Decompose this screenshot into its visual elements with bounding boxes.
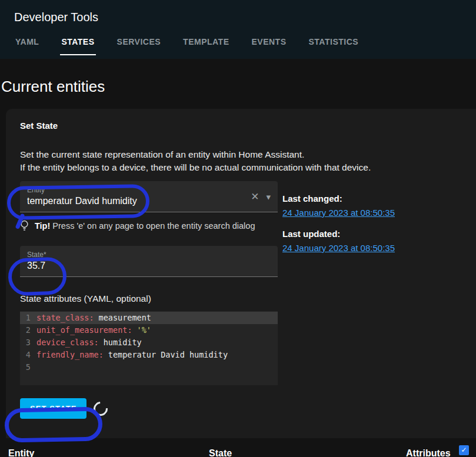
last-changed-label: Last changed: xyxy=(282,194,395,204)
yaml-line-4[interactable]: 4friendly_name:temperatur David humidity xyxy=(20,349,278,361)
lightbulb-icon xyxy=(20,220,29,232)
tab-bar: YAML STATES SERVICES TEMPLATE EVENTS STA… xyxy=(0,29,476,55)
line-number: 3 xyxy=(20,336,36,349)
tab-services[interactable]: SERVICES xyxy=(116,32,162,55)
attributes-checkbox[interactable]: ✓ xyxy=(459,445,469,455)
last-updated-link[interactable]: 24 January 2023 at 08:50:35 xyxy=(282,243,395,253)
yaml-line-5[interactable]: 5 xyxy=(20,361,278,373)
tab-statistics[interactable]: STATISTICS xyxy=(308,32,360,55)
state-input[interactable]: State* 35.7 xyxy=(20,246,278,277)
last-updated-label: Last updated: xyxy=(282,229,395,239)
timestamps-block: Last changed: 24 January 2023 at 08:50:3… xyxy=(282,194,395,264)
dropdown-arrow-icon[interactable]: ▾ xyxy=(266,191,271,202)
line-number: 2 xyxy=(20,324,36,336)
tip-rest: Press 'e' on any page to open the entity… xyxy=(50,221,255,231)
yaml-line-2[interactable]: 2unit_of_measurement:'%' xyxy=(20,324,278,336)
developer-tools-screen: Developer Tools YAML STATES SERVICES TEM… xyxy=(0,0,476,457)
description-line-1: Set the current state representation of … xyxy=(20,148,462,161)
entity-field-value[interactable]: temperatur David humidity xyxy=(27,196,271,206)
state-field-label: State* xyxy=(27,251,271,259)
description-line-2: If the entity belongs to a device, there… xyxy=(20,161,462,174)
yaml-line-3[interactable]: 3device_class:humidity xyxy=(20,336,278,349)
card-title: Set State xyxy=(20,121,462,131)
tip-bold: Tip! xyxy=(35,221,50,231)
page-title: Developer Tools xyxy=(0,7,476,29)
state-field-value[interactable]: 35.7 xyxy=(27,261,271,271)
column-header-entity[interactable]: Entity xyxy=(8,448,34,457)
tab-events[interactable]: EVENTS xyxy=(251,32,288,55)
card-description: Set the current state representation of … xyxy=(20,148,462,174)
entity-input[interactable]: Entity temperatur David humidity ✕ ▾ xyxy=(20,181,278,212)
tip-text: Tip! Press 'e' on any page to open the e… xyxy=(35,221,255,231)
line-number: 4 xyxy=(20,349,36,361)
set-state-button[interactable]: SET STATE xyxy=(20,398,86,419)
tab-states[interactable]: STATES xyxy=(60,32,95,55)
form-column: Entity temperatur David humidity ✕ ▾ Tip… xyxy=(20,181,278,419)
line-number: 5 xyxy=(20,361,36,373)
app-header: Developer Tools YAML STATES SERVICES TEM… xyxy=(0,0,476,59)
entity-field-icons: ✕ ▾ xyxy=(251,191,271,203)
yaml-editor[interactable]: 1state_class:measurement 2unit_of_measur… xyxy=(20,311,278,385)
button-row: SET STATE xyxy=(20,398,278,419)
yaml-line-1[interactable]: 1state_class:measurement xyxy=(20,312,278,324)
tip-row: Tip! Press 'e' on any page to open the e… xyxy=(20,220,278,232)
attributes-heading: State attributes (YAML, optional) xyxy=(20,293,278,304)
tab-yaml[interactable]: YAML xyxy=(14,32,40,55)
line-number: 1 xyxy=(20,312,36,324)
column-header-state[interactable]: State xyxy=(209,448,232,457)
hand-drawn-circle xyxy=(91,399,111,419)
set-state-card: Set State Set the current state represen… xyxy=(6,109,476,438)
column-header-attributes[interactable]: Attributes xyxy=(406,448,451,457)
current-entities-heading: Current entities xyxy=(1,78,476,96)
entity-field-label: Entity xyxy=(27,186,271,194)
last-changed-link[interactable]: 24 January 2023 at 08:50:35 xyxy=(282,208,395,218)
clear-icon[interactable]: ✕ xyxy=(251,191,259,203)
tab-template[interactable]: TEMPLATE xyxy=(182,32,230,55)
